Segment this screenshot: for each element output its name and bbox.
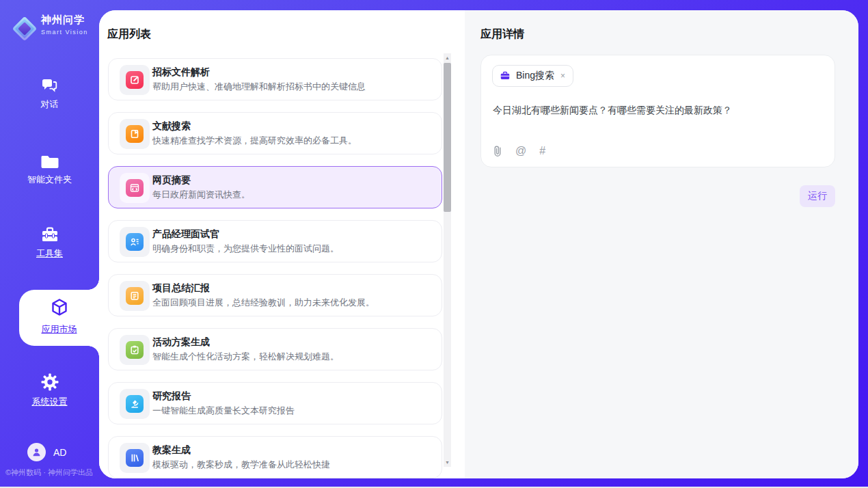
sidebar-item-app-market[interactable]: 应用市场: [19, 290, 99, 346]
gear-icon: [40, 372, 59, 392]
interviewer-icon: [126, 233, 144, 251]
scroll-down-icon[interactable]: ▼: [444, 458, 451, 467]
app-card-title: 教案生成: [152, 444, 191, 457]
sidebar-item-toolset[interactable]: 工具集: [0, 226, 99, 260]
app-list-panel: 应用列表 招标文件解析 帮助用户快速、准确地理解和解析招标书中的关键信息: [99, 10, 465, 478]
hash-icon[interactable]: #: [539, 145, 545, 157]
tab-curve-top: [88, 279, 99, 290]
microscope-icon: [126, 395, 144, 413]
app-card-desc: 智能生成个性化活动方案，轻松解决规划难题。: [152, 351, 339, 363]
sidebar-item-chat[interactable]: 对话: [0, 77, 99, 111]
app-card-title: 产品经理面试官: [152, 228, 219, 241]
user-row[interactable]: AD: [0, 443, 99, 463]
app-card-desc: 模板驱动，教案秒成，教学准备从此轻松快捷: [152, 459, 330, 471]
scroll-up-icon[interactable]: ▲: [444, 53, 451, 62]
app-window: 神州问学 Smart Vision 对话 智能文件夹: [0, 0, 868, 488]
tool-chip-bing-search[interactable]: Bing搜索 ×: [492, 65, 573, 87]
chat-icon: [40, 77, 59, 94]
brand-tagline: Smart Vision: [41, 29, 88, 36]
app-card-title: 项目总结汇报: [152, 282, 210, 295]
sidebar-item-label: 对话: [0, 98, 99, 111]
sidebar: 神州问学 Smart Vision 对话 智能文件夹: [0, 0, 99, 487]
app-card-desc: 帮助用户快速、准确地理解和解析招标书中的关键信息: [152, 81, 366, 93]
app-card-title: 研究报告: [152, 390, 191, 403]
sidebar-item-label: 工具集: [0, 247, 99, 260]
app-card-desc: 快速精准查找学术资源，提高研究效率的必备工具。: [152, 135, 357, 147]
app-card-title: 活动方案生成: [152, 336, 210, 349]
query-input[interactable]: 今日湖北有哪些新闻要点？有哪些需要关注的最新政策？: [493, 103, 821, 117]
paperclip-icon[interactable]: [493, 145, 502, 157]
briefcase-icon: [500, 70, 511, 81]
content-panel: 应用列表 招标文件解析 帮助用户快速、准确地理解和解析招标书中的关键信息: [99, 10, 858, 478]
brand-logo: 神州问学 Smart Vision: [0, 10, 99, 40]
sidebar-item-label: 系统设置: [0, 396, 99, 408]
book-icon: [126, 125, 144, 143]
app-card-web-summary[interactable]: 网页摘要 每日政府新闻资讯快查。: [108, 166, 442, 208]
user-name: AD: [53, 447, 66, 458]
sidebar-item-label: 应用市场: [19, 323, 99, 336]
app-card-desc: 一键智能生成高质量长文本研究报告: [152, 405, 295, 417]
app-card-literature-search[interactable]: 文献搜索 快速精准查找学术资源，提高研究效率的必备工具。: [108, 112, 442, 154]
attachment-toolbar: @ #: [493, 145, 545, 157]
avatar[interactable]: [27, 443, 46, 461]
app-card-tender-parsing[interactable]: 招标文件解析 帮助用户快速、准确地理解和解析招标书中的关键信息: [108, 58, 442, 100]
copyright-text: ©神州数码 · 神州问学出品: [5, 467, 93, 478]
memo-icon: [126, 287, 144, 305]
sidebar-item-label: 智能文件夹: [0, 174, 99, 186]
run-button[interactable]: 运行: [800, 185, 835, 207]
brand-name: 神州问学: [41, 14, 88, 27]
app-card-title: 网页摘要: [152, 174, 191, 187]
toolbox-icon: [40, 226, 59, 243]
clipboard-check-icon: [126, 341, 144, 359]
scrollbar-thumb[interactable]: [444, 63, 451, 212]
app-card-list: 招标文件解析 帮助用户快速、准确地理解和解析招标书中的关键信息 文献搜索 快速精…: [108, 58, 442, 478]
app-card-title: 招标文件解析: [152, 66, 210, 79]
tab-curve-bottom: [88, 346, 99, 357]
brand-diamond-icon: [12, 16, 38, 42]
mention-icon[interactable]: @: [515, 145, 526, 157]
folder-icon: [40, 153, 59, 170]
app-list-title: 应用列表: [107, 27, 151, 42]
app-card-project-summary[interactable]: 项目总结汇报 全面回顾项目进展，总结经验教训，助力未来优化发展。: [108, 274, 442, 316]
app-card-desc: 每日政府新闻资讯快查。: [152, 189, 250, 201]
prompt-card[interactable]: Bing搜索 × 今日湖北有哪些新闻要点？有哪些需要关注的最新政策？ @ #: [480, 55, 835, 167]
sidebar-item-smart-folder[interactable]: 智能文件夹: [0, 153, 99, 186]
sidebar-item-settings[interactable]: 系统设置: [0, 372, 99, 408]
app-detail-panel: 应用详情 Bing搜索 × 今日湖北有哪些新闻要点？有哪些需要关注的最新政策？: [465, 10, 858, 478]
app-card-desc: 全面回顾项目进展，总结经验教训，助力未来优化发展。: [152, 297, 375, 309]
app-card-pm-interviewer[interactable]: 产品经理面试官 明确身份和职责，为您提供专业性的面试问题。: [108, 220, 442, 262]
cube-icon: [49, 297, 70, 318]
browser-code-icon: [126, 179, 144, 197]
app-card-lesson-plan[interactable]: 教案生成 模板驱动，教案秒成，教学准备从此轻松快捷: [108, 436, 442, 478]
chip-close-icon[interactable]: ×: [560, 71, 566, 81]
app-list-scrollbar[interactable]: ▲ ▼: [444, 53, 451, 467]
app-card-desc: 明确身份和职责，为您提供专业性的面试问题。: [152, 243, 339, 255]
app-detail-title: 应用详情: [480, 27, 524, 42]
app-card-title: 文献搜索: [152, 120, 191, 133]
books-icon: [126, 449, 144, 467]
app-card-research-report[interactable]: 研究报告 一键智能生成高质量长文本研究报告: [108, 382, 442, 424]
edit-pen-icon: [126, 71, 144, 89]
app-card-event-plan[interactable]: 活动方案生成 智能生成个性化活动方案，轻松解决规划难题。: [108, 328, 442, 370]
user-icon: [31, 447, 42, 457]
tool-chip-label: Bing搜索: [516, 70, 554, 82]
